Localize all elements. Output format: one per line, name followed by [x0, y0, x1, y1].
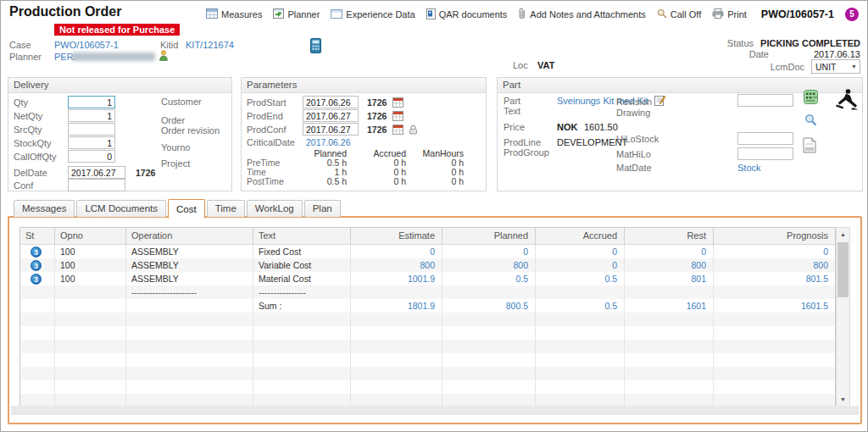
planner-person-icon[interactable] [159, 49, 169, 64]
price-label: Price [504, 122, 525, 132]
col-st[interactable]: St [20, 228, 55, 244]
lcmdoc-selected-value: UNIT [815, 62, 837, 72]
delivery-panel: Delivery Qty NetQty SrcQty StockQty Call… [8, 77, 232, 191]
col-accrued[interactable]: Accrued [536, 228, 625, 244]
part-text-label: Text [504, 106, 520, 116]
prodend-input[interactable] [303, 109, 359, 122]
calloffqty-input[interactable] [68, 150, 115, 163]
criticaldate-label: CriticalDate [247, 137, 295, 147]
cell-accrued: 0 [536, 245, 625, 258]
print-button[interactable]: Print [712, 8, 747, 20]
order-revision-label: Order revision [161, 125, 220, 136]
mathilo-input[interactable] [737, 147, 793, 160]
deldate-input[interactable] [68, 166, 125, 179]
case-link[interactable]: PWO/106057-1 [54, 40, 119, 50]
col-rest[interactable]: Rest [625, 228, 714, 244]
experience-data-icon [331, 9, 342, 20]
separator-dashes: ---------------- [253, 285, 351, 299]
page-title: Production Order [9, 4, 121, 19]
cell-rest: 0 [625, 245, 714, 258]
criticaldate-link[interactable]: 2017.06.26 [306, 137, 351, 147]
lcmdoc-select[interactable]: UNIT ▼ [811, 59, 860, 74]
prodconf-calendar-icon[interactable] [392, 123, 403, 138]
qty-input[interactable] [68, 96, 115, 108]
experience-data-label: Experience Data [346, 9, 415, 19]
prodconf-lock-icon[interactable] [409, 123, 418, 138]
prodstart-input[interactable] [303, 96, 359, 108]
planner-button[interactable]: Planner [273, 8, 320, 20]
kitid-link[interactable]: KIT/121674 [186, 40, 234, 50]
scroll-up-icon[interactable]: ▲ [837, 228, 849, 241]
tab-plan[interactable]: Plan [304, 200, 341, 217]
conf-input[interactable] [68, 179, 125, 191]
table-row-fixed-cost[interactable]: 3 100 ASSEMBLY Fixed Cost 0 0 0 0 0 [20, 245, 835, 258]
qar-documents-button[interactable]: QAR documents [426, 8, 508, 21]
price-currency: NOK [557, 122, 577, 132]
document-icon[interactable] [803, 137, 818, 157]
matdate-stock-link[interactable]: Stock [737, 163, 761, 173]
col-estimate[interactable]: Estimate [351, 228, 442, 244]
date-value: 2017.06.13 [776, 49, 860, 59]
cost-table: St Opno Operation Text Estimate Planned … [19, 227, 836, 407]
experience-data-button[interactable]: Experience Data [331, 9, 415, 20]
part-panel: Part Part Text Sveinungs Kit med Kit Pri… [497, 77, 863, 191]
call-off-label: Call Off [670, 9, 701, 19]
call-off-button[interactable]: Call Off [657, 8, 701, 20]
cell-prognosis: 0 [714, 245, 835, 258]
deldate-label: DelDate [14, 168, 47, 178]
empty-row [20, 353, 835, 367]
tab-cost[interactable]: Cost [168, 199, 205, 219]
calculator-icon[interactable] [310, 38, 321, 57]
print-icon [712, 8, 724, 20]
part-label: Part [504, 96, 520, 106]
posttime-manhours: 0 h [406, 177, 464, 186]
prodgroup-label: ProdGroup [504, 147, 549, 158]
add-notes-attachments-button[interactable]: Add Notes and Attachments [518, 8, 645, 21]
empty-row [20, 326, 835, 340]
date-label: Date [749, 49, 769, 59]
sum-label: Sum : [253, 299, 351, 313]
project-label: Project [161, 158, 190, 169]
separator-dashes: ---------------------- [126, 285, 253, 299]
revision-input[interactable] [737, 94, 793, 107]
keypad-icon[interactable] [804, 90, 818, 108]
col-opno[interactable]: Opno [55, 228, 126, 244]
empty-row [20, 367, 835, 380]
edit-part-text-icon[interactable] [654, 94, 666, 109]
scroll-down-icon[interactable]: ▼ [837, 393, 849, 406]
prodstart-label: ProdStart [247, 97, 286, 108]
status-circle-icon: 3 [31, 274, 42, 285]
srcqty-input[interactable] [68, 123, 115, 136]
tab-time[interactable]: Time [207, 200, 245, 217]
table-row-material-cost[interactable]: 3 100 ASSEMBLY Material Cost 1001.9 0.5 … [20, 272, 835, 285]
col-planned[interactable]: Planned [442, 228, 536, 244]
stockqty-input[interactable] [68, 136, 115, 149]
col-operation[interactable]: Operation [126, 228, 253, 244]
cell-rest: 801 [625, 272, 714, 285]
vertical-scrollbar[interactable]: ▲ ▼ [836, 227, 850, 407]
prodline-label: ProdLine [504, 137, 541, 147]
prodconf-input[interactable] [303, 123, 359, 136]
prodend-time: 1726 [367, 111, 387, 121]
yourno-label: Yourno [161, 142, 190, 152]
cell-accrued: 0 [536, 258, 625, 272]
netqty-input[interactable] [68, 109, 115, 122]
planner-name-redacted [72, 53, 155, 61]
cell-estimate: 0 [351, 245, 442, 258]
measures-button[interactable]: Measures [206, 8, 262, 20]
tab-lcm-documents[interactable]: LCM Documents [76, 200, 166, 217]
cost-tab-panel: St Opno Operation Text Estimate Planned … [8, 216, 862, 424]
case-label: Case [9, 40, 31, 50]
cell-operation: ASSEMBLY [126, 258, 253, 272]
table-row-variable-cost[interactable]: 3 100 ASSEMBLY Variable Cost 800 800 0 8… [20, 258, 835, 272]
col-prognosis[interactable]: Prognosis [714, 228, 835, 244]
col-text[interactable]: Text [253, 228, 351, 244]
horizontal-scrollbar-track[interactable] [11, 406, 859, 415]
scrollbar-thumb[interactable] [837, 242, 849, 297]
tab-messages[interactable]: Messages [14, 200, 75, 217]
tab-worklog[interactable]: WorkLog [247, 200, 303, 217]
cell-accrued: 0.5 [536, 272, 625, 285]
measures-label: Measures [221, 9, 262, 19]
part-search-icon[interactable] [804, 114, 817, 130]
hilostock-input[interactable] [737, 132, 793, 145]
